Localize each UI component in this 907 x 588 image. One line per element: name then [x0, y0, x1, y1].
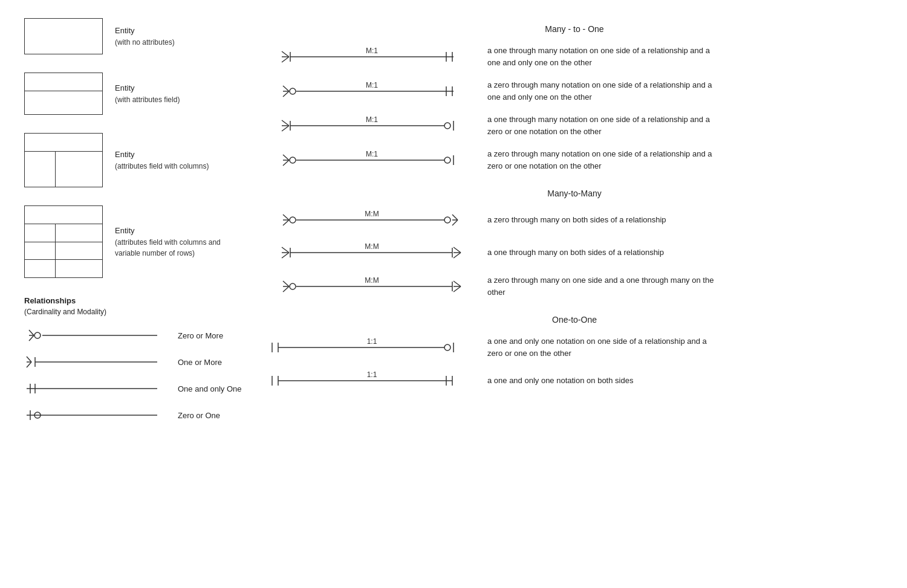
diagram-svg-m1-4: M:1: [266, 149, 478, 171]
entity-sub-label-simple: (with no attributes): [115, 37, 175, 48]
entity-label-simple: Entity (with no attributes): [115, 25, 175, 48]
svg-mm-1: M:M: [266, 209, 478, 231]
entity-rows-row3-col1: [25, 260, 56, 277]
entity-sub-label-columns: (attributes field with columns): [115, 161, 209, 172]
svg-line-7: [27, 357, 31, 362]
svg-point-53: [290, 217, 296, 223]
rel-label-zero-or-more: Zero or More: [178, 331, 223, 340]
entity-main-label-attr: Entity: [115, 82, 180, 94]
diagram-svg-mm-1: M:M: [266, 209, 478, 231]
rel-svg-one-or-more: [24, 354, 169, 370]
diagram-desc-m1-4: a zero through many notation on one side…: [478, 148, 720, 172]
rel-svg-zero-or-one: [24, 407, 169, 424]
diagram-desc-11-2: a one and only one notation on both side…: [478, 375, 720, 387]
entity-attr-bottom: [25, 91, 102, 114]
entity-box-columns: [24, 133, 103, 187]
svg-line-2: [29, 330, 34, 335]
svg-point-82: [444, 344, 450, 351]
relationships-section: Relationships (Cardinality and Modality): [24, 296, 242, 424]
diagram-svg-11-2: 1:1: [266, 370, 478, 392]
entity-box-attr: [24, 73, 103, 115]
diagram-svg-11-1: 1:1: [266, 337, 478, 358]
diagram-row-mm-2: M:M a one through many on both sides of …: [266, 242, 883, 263]
svg-line-18: [282, 51, 289, 57]
svg-line-66: [454, 253, 461, 258]
svg-text:M:M: M:M: [365, 242, 379, 251]
svg-m1-2: M:1: [266, 80, 478, 102]
svg-line-27: [283, 91, 289, 97]
rel-item-one-or-more: One or More: [24, 354, 242, 370]
entity-rows-row-2: [25, 242, 102, 260]
right-column: Many - to - One M:1: [254, 18, 883, 570]
diagram-desc-mm-1: a zero through many on both sides of a r…: [478, 214, 720, 226]
diagram-svg-m1-2: M:1: [266, 80, 478, 102]
svg-11-2: 1:1: [266, 370, 478, 392]
page: Entity (with no attributes) Entity (with…: [0, 0, 907, 588]
entity-label-attr: Entity (with attributes field): [115, 82, 180, 105]
svg-line-51: [283, 220, 289, 225]
svg-line-61: [282, 253, 289, 258]
svg-line-56: [452, 220, 458, 225]
relationships-title: Relationships: [24, 296, 242, 305]
svg-text:M:1: M:1: [366, 115, 378, 124]
svg-text:1:1: 1:1: [367, 337, 377, 346]
rel-svg-one-and-only-one: [24, 380, 169, 397]
svg-mm-3: M:M: [266, 276, 478, 297]
svg-line-76: [454, 286, 461, 292]
svg-line-60: [282, 247, 289, 253]
svg-text:M:1: M:1: [366, 81, 378, 89]
entity-rows-top: [25, 206, 102, 224]
relationships-subtitle: (Cardinality and Modality): [24, 308, 242, 316]
diagram-svg-m1-3: M:1: [266, 115, 478, 137]
entity-rows-row2-col1: [25, 242, 56, 260]
svg-m1-4: M:1: [266, 149, 478, 171]
diagram-desc-m1-3: a one through many notation on one side …: [478, 114, 720, 137]
svg-point-73: [290, 283, 296, 289]
diagram-row-m1-4: M:1 a zero through many notation on one …: [266, 148, 883, 172]
left-column: Entity (with no attributes) Entity (with…: [24, 18, 254, 570]
svg-text:M:M: M:M: [365, 276, 379, 285]
entity-columns-col-right: [56, 152, 102, 187]
svg-line-3: [29, 335, 34, 341]
svg-line-43: [283, 160, 289, 166]
entity-label-rows: Entity (attributes field with columns an…: [115, 225, 221, 259]
section-title-many-to-one: Many - to - One: [266, 24, 883, 34]
svg-11-1: 1:1: [266, 337, 478, 358]
rel-line-zero-or-one: [24, 407, 169, 424]
rel-item-one-and-only-one: One and only One: [24, 380, 242, 397]
entity-rows-row3-col2: [56, 260, 102, 277]
svg-line-75: [454, 281, 461, 286]
entity-rows-body: [25, 224, 102, 277]
svg-point-29: [290, 88, 296, 94]
diagram-row-mm-1: M:M a zero through many on both sides of…: [266, 209, 883, 231]
diagram-row-m1-3: M:1 a one through many notation on one s…: [266, 114, 883, 137]
entity-section-attr: Entity (with attributes field): [24, 73, 242, 115]
entity-columns-bottom: [25, 152, 102, 187]
rel-svg-zero-or-more: [24, 327, 169, 344]
svg-point-38: [444, 123, 450, 129]
entity-attr-top: [25, 73, 102, 91]
entity-main-label-rows: Entity: [115, 225, 221, 237]
diagram-svg-m1-1: M:1: [266, 46, 478, 68]
diagram-row-m1-1: M:1 a one through many notation on one s…: [266, 45, 883, 68]
svg-point-1: [34, 332, 41, 338]
svg-point-45: [290, 157, 296, 163]
entity-rows-row1-col1: [25, 224, 56, 242]
svg-point-54: [444, 217, 450, 223]
section-title-one-to-one: One-to-One: [266, 315, 883, 325]
svg-line-70: [283, 281, 289, 286]
rel-line-one-and-only-one: [24, 380, 169, 397]
svg-text:M:M: M:M: [365, 210, 379, 218]
svg-m1-1: M:1: [266, 46, 478, 68]
diagram-svg-mm-3: M:M: [266, 276, 478, 297]
svg-line-34: [282, 120, 289, 126]
svg-line-55: [452, 215, 458, 220]
rel-label-one-and-only-one: One and only One: [178, 384, 242, 393]
diagram-desc-m1-1: a one through many notation on one side …: [478, 45, 720, 68]
diagram-desc-11-1: a one and only one notation on one side …: [478, 335, 720, 359]
rel-item-zero-or-one: Zero or One: [24, 407, 242, 424]
entity-box-simple: [24, 18, 103, 54]
entity-label-columns: Entity (attributes field with columns): [115, 149, 209, 172]
entity-section-columns: Entity (attributes field with columns): [24, 133, 242, 187]
entity-main-label-simple: Entity: [115, 25, 175, 37]
